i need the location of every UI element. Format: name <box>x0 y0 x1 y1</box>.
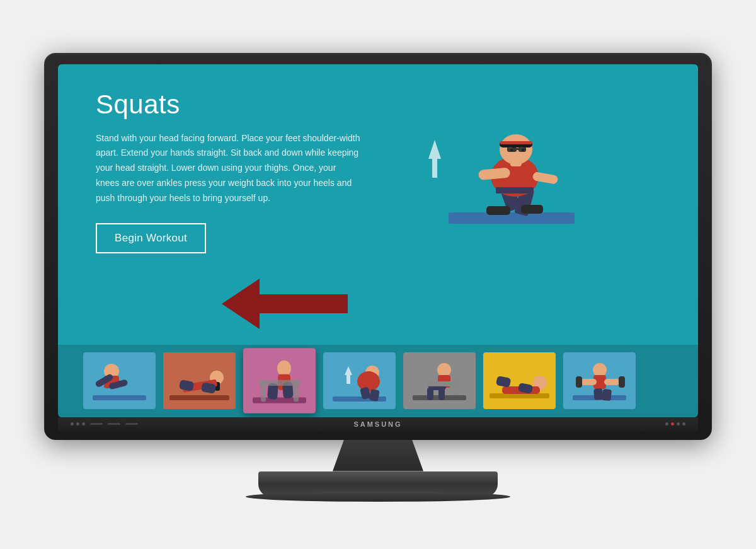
tv-bottom-bar: SAMSUNG <box>58 417 698 431</box>
svg-rect-22 <box>93 395 146 400</box>
svg-rect-52 <box>438 388 445 400</box>
svg-rect-63 <box>581 379 597 385</box>
svg-rect-64 <box>604 379 620 385</box>
thumbnail-6[interactable] <box>483 352 556 409</box>
tv-indicator-right-1 <box>665 422 668 425</box>
thumb-icon-4 <box>323 352 396 409</box>
tv-controls-left <box>71 422 138 425</box>
svg-rect-14 <box>500 141 532 144</box>
tv-stand-base <box>258 471 498 497</box>
svg-rect-67 <box>593 388 604 400</box>
tv-indicator-3 <box>82 422 85 425</box>
thumbnail-7[interactable] <box>563 352 636 409</box>
main-area: Squats Stand with your head facing forwa… <box>58 64 698 345</box>
arrow-container <box>222 272 348 338</box>
exercise-description: Stand with your head facing forward. Pla… <box>96 131 360 206</box>
tv-indicator-right-2 <box>677 422 680 425</box>
thumbnail-5[interactable] <box>403 352 476 409</box>
thumbnail-2[interactable] <box>163 352 236 409</box>
tv-brand-label: SAMSUNG <box>353 420 402 428</box>
exercise-title: Squats <box>96 90 373 120</box>
squat-character <box>411 90 587 241</box>
tv-indicator-2 <box>76 422 79 425</box>
svg-point-61 <box>593 363 607 377</box>
tv-controls-right <box>665 422 685 425</box>
thumb-icon-3 <box>243 348 316 413</box>
svg-rect-66 <box>619 376 625 388</box>
thumb-icon-1 <box>83 352 156 409</box>
thumbnail-3[interactable] <box>243 348 316 413</box>
begin-workout-button[interactable]: Begin Workout <box>96 223 206 253</box>
svg-marker-0 <box>222 279 348 329</box>
svg-point-34 <box>277 361 291 376</box>
svg-rect-54 <box>427 381 459 386</box>
svg-rect-31 <box>179 379 194 391</box>
thumb-icon-7 <box>563 352 636 409</box>
svg-rect-55 <box>490 393 549 398</box>
tv-power-indicator <box>671 422 674 425</box>
svg-point-48 <box>437 363 451 377</box>
svg-rect-65 <box>576 376 582 388</box>
svg-rect-21 <box>515 148 520 150</box>
svg-rect-68 <box>602 389 612 401</box>
svg-rect-58 <box>496 376 511 388</box>
thumb-icon-5 <box>403 352 476 409</box>
tv-wrapper: Squats Stand with your head facing forwa… <box>44 53 712 497</box>
text-section: Squats Stand with your head facing forwa… <box>96 90 398 254</box>
thumbnail-4[interactable] <box>323 352 396 409</box>
svg-rect-5 <box>486 206 510 215</box>
svg-rect-51 <box>427 388 433 400</box>
tv-screen: Squats Stand with your head facing forwa… <box>58 64 698 417</box>
tv-stand-neck <box>321 440 435 471</box>
screen-content: Squats Stand with your head facing forwa… <box>58 64 698 417</box>
svg-rect-27 <box>169 395 229 400</box>
thumb-icon-6 <box>483 352 556 409</box>
tv-bezel: Squats Stand with your head facing forwa… <box>44 53 712 440</box>
thumb-icon-2 <box>163 352 236 409</box>
thumbnail-strip <box>58 345 698 417</box>
arrow-icon <box>222 272 348 335</box>
svg-marker-42 <box>345 366 352 384</box>
svg-rect-6 <box>521 205 543 214</box>
illustration-area <box>398 90 600 253</box>
thumbnail-1[interactable] <box>83 352 156 409</box>
svg-rect-40 <box>260 380 301 386</box>
svg-rect-8 <box>496 187 534 194</box>
svg-marker-2 <box>428 140 441 178</box>
tv-indicator-1 <box>71 422 74 425</box>
svg-rect-1 <box>449 212 575 224</box>
tv-indicator-right-3 <box>682 422 685 425</box>
